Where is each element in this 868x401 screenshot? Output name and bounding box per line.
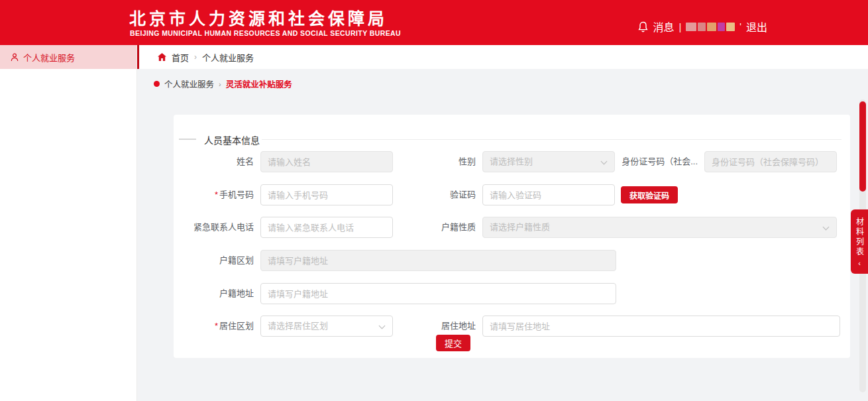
chevron-left-icon: ‹ <box>858 260 861 266</box>
residence-district-select[interactable]: 请选择居住区划 <box>260 315 393 337</box>
phone-input[interactable] <box>260 184 393 205</box>
material-list-tab-label: 材料列表 <box>854 217 865 257</box>
hukou-type-select-placeholder: 请选择户籍性质 <box>490 222 550 232</box>
material-list-tab[interactable]: 材料列表 ‹ <box>851 209 868 274</box>
app-header: 北京市人力资源和社会保障局 BEIJING MUNICIPAL HUMAN RE… <box>0 0 868 45</box>
residence-district-label: *居住区划 <box>174 315 254 337</box>
residence-address-label: 居住地址 <box>396 315 476 337</box>
header-separator: | <box>678 21 681 32</box>
gender-select-placeholder: 请选择性别 <box>490 156 533 166</box>
get-code-button[interactable]: 获取验证码 <box>621 186 678 203</box>
emergency-phone-label: 紧急联系人电话 <box>174 217 254 238</box>
name-label: 姓名 <box>174 151 254 172</box>
hukou-district-input[interactable] <box>260 250 616 271</box>
captcha-input[interactable] <box>482 184 615 205</box>
id-number-input[interactable] <box>704 151 837 172</box>
residence-district-select-placeholder: 请选择居住区划 <box>268 321 328 331</box>
emergency-phone-input[interactable] <box>260 217 393 238</box>
chevron-down-icon <box>379 323 386 329</box>
form-card: 人员基本信息 姓名 性别 请选择性别 身份证号码（社会... *手机号码 验证码… <box>174 115 850 358</box>
username-suffix: ' <box>739 21 741 32</box>
messages-link[interactable]: 消息 <box>653 19 674 34</box>
chevron-down-icon <box>823 224 830 231</box>
breadcrumb-current[interactable]: 个人就业服务 <box>202 51 254 64</box>
sidebar-item-personal-employment[interactable]: 个人就业服务 <box>0 45 136 69</box>
sidebar: 个人就业服务 <box>0 45 137 401</box>
sidebar-item-label: 个人就业服务 <box>23 51 75 64</box>
sub-breadcrumb-parent[interactable]: 个人就业服务 <box>164 78 214 90</box>
scrollbar-thumb[interactable] <box>859 101 866 192</box>
site-subtitle: BEIJING MUNICIPAL HUMAN RESOURCES AND SO… <box>130 29 401 37</box>
logout-link[interactable]: 退出 <box>746 19 767 34</box>
header-actions: 消息 | ' 退出 <box>638 19 767 34</box>
page: 北京市人力资源和社会保障局 BEIJING MUNICIPAL HUMAN RE… <box>0 0 868 401</box>
hukou-address-label: 户籍地址 <box>174 283 254 304</box>
breadcrumb: 首页 › 个人就业服务 <box>139 45 868 69</box>
bell-icon <box>638 21 648 32</box>
phone-label: *手机号码 <box>174 184 254 205</box>
id-number-label: 身份证号码（社会... <box>572 151 698 172</box>
person-icon <box>11 53 19 62</box>
sub-breadcrumb: 个人就业服务 › 灵活就业补贴服务 <box>154 78 292 90</box>
submit-button[interactable]: 提交 <box>436 335 470 351</box>
hukou-type-label: 户籍性质 <box>396 217 476 238</box>
bullet-dot-icon <box>154 81 160 87</box>
sub-breadcrumb-separator: › <box>219 80 221 88</box>
home-icon <box>158 53 166 61</box>
required-mark: * <box>215 190 218 200</box>
captcha-label: 验证码 <box>396 184 476 205</box>
sub-breadcrumb-current[interactable]: 灵活就业补贴服务 <box>226 78 292 90</box>
section-title: 人员基本信息 <box>204 133 260 146</box>
name-input[interactable] <box>260 151 393 172</box>
site-title: 北京市人力资源和社会保障局 <box>129 5 388 29</box>
breadcrumb-home[interactable]: 首页 <box>172 51 189 64</box>
hukou-type-select[interactable]: 请选择户籍性质 <box>482 217 837 238</box>
hukou-address-input[interactable] <box>260 283 616 304</box>
username-redacted <box>686 23 735 31</box>
hukou-district-label: 户籍区划 <box>174 250 254 271</box>
residence-address-input[interactable] <box>482 315 840 337</box>
section-dash <box>179 139 196 140</box>
required-mark: * <box>215 321 218 331</box>
breadcrumb-separator: › <box>194 52 197 62</box>
gender-label: 性别 <box>396 151 476 172</box>
section-divider-line <box>262 139 841 140</box>
